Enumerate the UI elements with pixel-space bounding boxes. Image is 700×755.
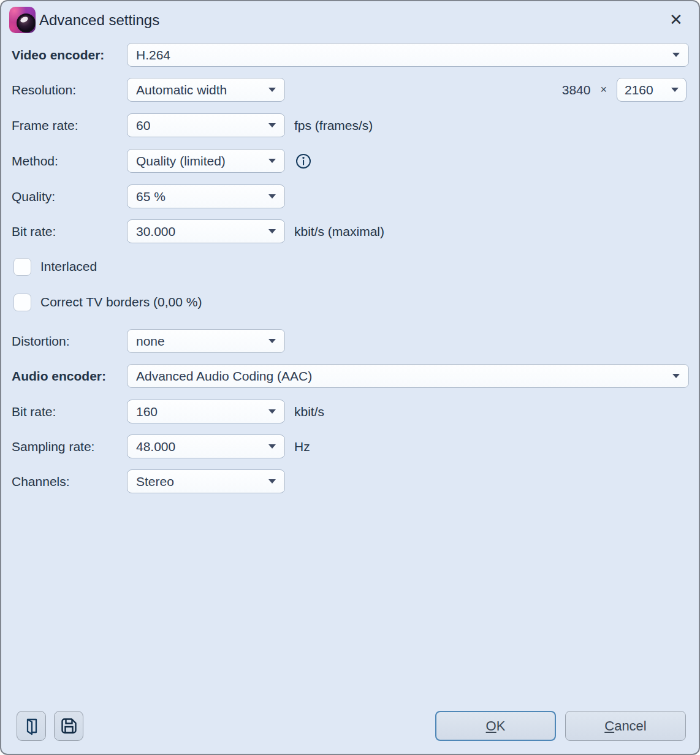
quality-value: 65 % [136,189,165,204]
frame-rate-value: 60 [136,118,150,133]
chevron-down-icon [268,229,276,233]
chevron-down-icon [268,123,276,127]
load-profile-button[interactable] [17,711,46,741]
advanced-settings-dialog: Advanced settings ✕ Video encoder: H.264… [0,0,700,755]
chevron-down-icon [671,88,679,92]
frame-rate-label: Frame rate: [12,113,78,137]
chevron-down-icon [268,444,276,449]
sampling-rate-dropdown[interactable]: 48.000 [127,434,285,458]
chevron-down-icon [268,339,276,343]
resolution-height-value: 2160 [625,83,653,97]
close-icon[interactable]: ✕ [666,9,687,30]
resolution-height-dropdown[interactable]: 2160 [617,78,687,102]
channels-value: Stereo [136,474,174,489]
video-bit-rate-dropdown[interactable]: 30.000 [127,219,285,243]
app-icon [9,7,36,33]
resolution-width-value: 3840 [562,83,591,97]
chevron-down-icon [268,409,276,414]
chevron-down-icon [268,479,276,484]
resolution-size-group: 3840 × 2160 [562,78,687,102]
sampling-rate-label: Sampling rate: [12,434,94,458]
quality-label: Quality: [12,184,55,208]
channels-dropdown[interactable]: Stereo [127,469,285,493]
sampling-rate-value: 48.000 [136,439,175,454]
correct-tv-borders-label: Correct TV borders (0,00 %) [40,295,202,309]
video-encoder-value: H.264 [136,48,170,63]
audio-encoder-dropdown[interactable]: Advanced Audio Coding (AAC) [127,364,689,388]
cancel-button-label: Cancel [604,718,646,734]
chevron-down-icon [672,53,680,57]
video-bit-rate-unit: kbit/s (maximal) [294,219,384,243]
resolution-mode-value: Automatic width [136,83,227,97]
interlaced-checkbox[interactable] [13,258,31,276]
ok-button-label: OK [486,718,506,734]
video-bit-rate-value: 30.000 [136,224,175,239]
chevron-down-icon [268,88,276,92]
interlaced-label: Interlaced [40,259,97,274]
method-dropdown[interactable]: Quality (limited) [127,149,285,173]
distortion-dropdown[interactable]: none [127,329,285,353]
distortion-value: none [136,334,165,349]
chevron-down-icon [672,374,680,378]
method-label: Method: [12,149,58,173]
info-icon[interactable] [295,153,311,169]
video-bit-rate-label: Bit rate: [12,219,56,243]
channels-label: Channels: [12,469,70,493]
resolution-label: Resolution: [12,78,76,102]
audio-encoder-value: Advanced Audio Coding (AAC) [136,369,312,384]
distortion-label: Distortion: [12,329,70,353]
chevron-down-icon [268,194,276,199]
open-folder-icon [22,717,40,735]
cancel-button[interactable]: Cancel [565,711,686,741]
camera-lens-icon [17,13,36,32]
frame-rate-dropdown[interactable]: 60 [127,113,285,137]
interlaced-checkbox-row[interactable]: Interlaced [13,257,97,276]
video-encoder-label: Video encoder: [12,43,104,67]
video-encoder-dropdown[interactable]: H.264 [127,43,689,67]
frame-rate-unit: fps (frames/s) [294,113,373,137]
quality-dropdown[interactable]: 65 % [127,184,285,208]
dialog-title: Advanced settings [39,7,159,34]
save-profile-button[interactable] [54,711,83,741]
audio-bit-rate-unit: kbit/s [294,400,324,423]
resolution-mode-dropdown[interactable]: Automatic width [127,78,285,102]
audio-bit-rate-value: 160 [136,404,158,419]
correct-tv-borders-checkbox[interactable] [13,294,31,311]
resolution-separator: × [600,83,607,96]
chevron-down-icon [268,159,276,163]
audio-bit-rate-label: Bit rate: [12,400,56,423]
audio-bit-rate-dropdown[interactable]: 160 [127,400,285,423]
audio-encoder-label: Audio encoder: [12,364,106,388]
sampling-rate-unit: Hz [294,434,310,458]
method-value: Quality (limited) [136,154,226,169]
ok-button[interactable]: OK [435,711,556,741]
save-icon [59,716,78,735]
correct-tv-borders-checkbox-row[interactable]: Correct TV borders (0,00 %) [13,293,202,311]
